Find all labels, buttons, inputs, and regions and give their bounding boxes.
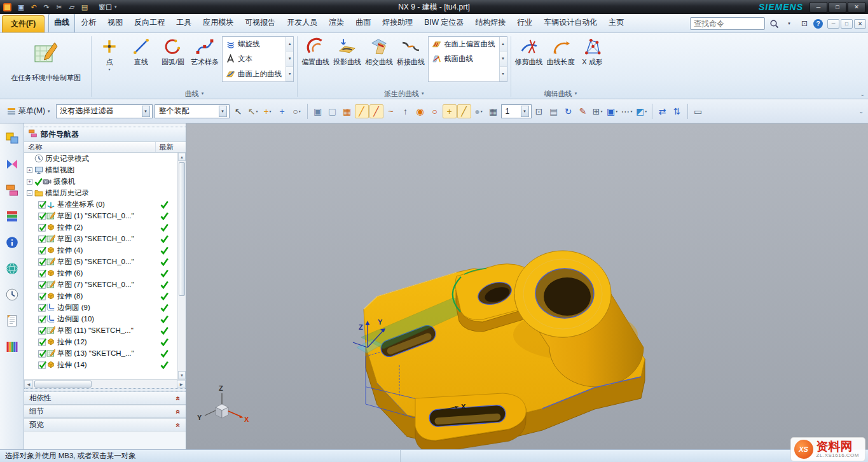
tree-item[interactable]: +模型视图 [24,164,177,176]
orient-view-icon[interactable]: ◩▾ [635,104,649,118]
doc-minimize-button[interactable]: ─ [827,19,839,29]
tab-反向工程[interactable]: 反向工程 [128,13,170,32]
selection-pointer-icon[interactable]: ↖ [231,104,245,118]
refresh-icon[interactable]: ↻ [561,104,575,118]
circle-snap-icon[interactable]: ○ [428,104,442,118]
gallery-item-helix[interactable]: 螺旋线 [223,37,286,52]
horizontal-scrollbar[interactable]: ◀ ▶ [24,379,186,388]
ribbon-button-spline[interactable]: 艺术样条 [189,35,221,67]
ribbon-button-bridge[interactable]: 桥接曲线 [395,35,427,67]
expand-toggle[interactable]: + [27,167,32,173]
red-slash-icon[interactable]: ╱ [369,104,383,118]
sphere-snap-icon[interactable]: ●▾ [472,104,486,118]
tree-item[interactable]: 草图 (3) "SKETCH_0..." [24,233,177,244]
materials-icon[interactable] [4,339,20,355]
vector-icon[interactable]: ↑ [399,104,413,118]
tab-主页[interactable]: 主页 [603,13,630,32]
system-templates-icon[interactable] [4,312,20,329]
gallery-item-text[interactable]: 文本 [223,52,286,66]
capture-icon[interactable]: ▤ [547,104,561,118]
task-sketch-button[interactable]: 在任务环境中绘制草图 [3,35,89,88]
zoom-sync-icon[interactable]: ⇅ [670,104,684,118]
tree-item[interactable]: 基准坐标系 (0) [24,199,177,210]
tree-item[interactable]: 拉伸 (2) [24,221,177,233]
viewport-canvas[interactable]: X Z Y [186,123,868,449]
tab-焊接助理[interactable]: 焊接助理 [376,13,418,32]
toolbar-overflow-icon[interactable]: ⌄ [858,108,865,115]
doc-restore-button[interactable]: □ [841,19,853,29]
edit-object-display-icon[interactable]: ✎ [576,104,590,118]
save-icon[interactable]: ▣ [15,2,27,12]
gallery-scroll-icon-1[interactable]: ▼ [500,52,507,66]
tree-item[interactable]: 边倒圆 (9) [24,302,177,313]
window-menu-button[interactable]: 窗口▾ [95,2,120,13]
tree-item[interactable]: −模型历史记录 [24,187,177,199]
tree-item[interactable]: 草图 (7) "SKETCH_0..." [24,279,177,290]
scroll-up-icon[interactable]: ▲ [178,153,186,161]
search-options-icon[interactable]: ▾ [783,17,796,30]
file-menu-button[interactable]: 文件(F) [2,15,45,32]
window-find-icon[interactable]: ⊡ [798,17,811,30]
gallery-item-cos[interactable]: 曲面上的曲线 [223,67,286,81]
window-icon[interactable]: ⊡ [532,104,546,118]
expand-toggle[interactable]: − [27,190,32,196]
undo-icon[interactable]: ↶ [28,2,39,12]
tree-item[interactable]: 草图 (11) "SKETCH_..." [24,325,177,336]
group-label-derived-curve[interactable]: 派生的曲线▾ [298,88,510,99]
column-header-name[interactable]: 名称 [24,142,156,152]
scrollbar-thumb[interactable] [179,162,185,296]
history-icon[interactable] [4,286,20,303]
grid-snap-icon[interactable]: ▦ [486,104,500,118]
ribbon-overflow-icon[interactable]: ⌄ [860,91,865,97]
point-on-curve-icon[interactable]: + [275,104,289,118]
assembly-navigator-icon[interactable] [4,130,20,146]
scroll-left-icon[interactable]: ◀ [24,380,33,388]
tab-行业[interactable]: 行业 [511,13,538,32]
move-rotate-icon[interactable]: ▦ [340,104,354,118]
tab-车辆设计自动化[interactable]: 车辆设计自动化 [538,13,603,32]
scrollbar-track[interactable] [33,380,177,388]
more-views-icon[interactable]: ⋯▾ [620,104,634,118]
constraint-navigator-icon[interactable] [4,156,20,172]
ribbon-button-xform[interactable]: X 成形 [577,35,609,67]
orange-slash-icon[interactable]: ╱ [355,104,369,118]
column-header-latest[interactable]: 最新 [156,143,186,152]
web-browser-icon[interactable] [4,260,20,277]
center-point-icon[interactable]: ◉ [413,104,427,118]
tree-item[interactable]: 拉伸 (12) [24,336,177,347]
ribbon-button-intersect[interactable]: 相交曲线 [363,35,395,67]
gallery-item-oif[interactable]: 在面上偏置曲线 [429,37,499,52]
paste-icon[interactable]: ▤ [79,2,90,12]
lasso-icon[interactable]: ○▾ [290,104,304,118]
pan-sync-icon[interactable]: ⇄ [656,104,670,118]
cut-icon[interactable]: ✂ [53,2,65,12]
tab-曲线[interactable]: 曲线 [48,13,75,32]
scroll-right-icon[interactable]: ▶ [177,380,186,388]
slash-snap-icon[interactable]: ╱ [457,104,471,118]
tree-item[interactable]: 拉伸 (4) [24,244,177,256]
menu-button[interactable]: 菜单(M) ▾ [3,104,54,118]
command-panel-icon[interactable]: ▭ [691,104,705,118]
panel-相依性[interactable]: 相依性« [24,391,186,405]
group-label-edit-curve[interactable]: 编辑曲线▾ [512,88,610,99]
gallery-scroll-icon-1[interactable]: ▼ [286,52,293,66]
ribbon-button-trim[interactable]: 修剪曲线 [513,35,545,67]
group-label-curve[interactable]: 曲线▾ [92,88,296,99]
tree-item[interactable]: 边倒圆 (10) [24,313,177,325]
tree-item[interactable]: 拉伸 (14) [24,359,177,370]
scroll-down-icon[interactable]: ▼ [178,371,186,379]
layout-icon[interactable]: ⊞▾ [591,104,605,118]
hd3d-tool-icon[interactable] [4,234,20,251]
tree-item[interactable]: 历史记录模式 [24,153,177,164]
doc-close-button[interactable]: ✕ [854,19,866,29]
scrollbar-track[interactable] [178,161,186,371]
help-icon[interactable]: ? [813,19,823,29]
copy-icon[interactable]: ▱ [66,2,78,12]
search-icon[interactable] [768,17,780,30]
tab-视图[interactable]: 视图 [102,13,128,32]
tree-item[interactable]: +摄像机 [24,176,177,187]
gallery-scroll-icon-0[interactable]: ▲ [500,37,507,52]
tree-item[interactable]: 草图 (5) "SKETCH_0..." [24,256,177,267]
gallery-item-section[interactable]: 截面曲线 [429,52,499,66]
vertical-scrollbar[interactable]: ▲ ▼ [177,153,186,379]
